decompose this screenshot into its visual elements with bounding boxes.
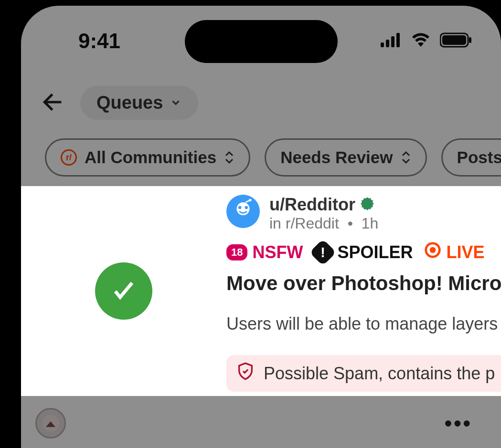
arrow-left-icon — [40, 110, 67, 117]
svg-rect-1 — [386, 40, 389, 47]
user-avatar-icon[interactable] — [226, 195, 260, 228]
live-label: LIVE — [447, 242, 485, 262]
spam-banner[interactable]: Possible Spam, contains the p — [226, 355, 501, 392]
chip-needs-review[interactable]: Needs Review — [265, 138, 426, 177]
svg-point-14 — [429, 247, 436, 253]
filter-chips: r/ All Communities Needs Review Posts — [21, 138, 501, 177]
sort-updown-icon — [224, 150, 235, 165]
back-button[interactable] — [40, 89, 67, 117]
post-byline: u/Redditor in r/Reddit • 1h — [226, 195, 501, 232]
nsfw-tag: 18 NSFW — [226, 242, 303, 262]
dynamic-island — [185, 20, 338, 63]
battery-icon — [440, 32, 472, 50]
svg-rect-5 — [442, 35, 466, 45]
svg-rect-2 — [391, 36, 394, 47]
post-title[interactable]: Move over Photoshop! Micros — [226, 272, 501, 295]
header: Queues — [21, 81, 501, 124]
swipe-approve-area[interactable] — [21, 186, 226, 396]
shield-alert-icon — [236, 362, 255, 385]
post-meta: in r/Reddit • 1h — [269, 215, 378, 232]
wifi-icon — [410, 32, 431, 50]
next-post-peek: ••• — [21, 402, 501, 445]
chip-all-communities[interactable]: r/ All Communities — [45, 138, 250, 177]
svg-point-10 — [238, 206, 241, 209]
sort-updown-icon — [401, 150, 411, 165]
cellular-icon — [381, 33, 402, 49]
svg-point-12 — [249, 199, 251, 201]
post-content: u/Redditor in r/Reddit • 1h 18 NSFW — [226, 186, 501, 396]
spoiler-label: SPOILER — [337, 242, 413, 262]
verified-badge-icon — [360, 197, 374, 213]
approve-circle — [95, 262, 152, 320]
queues-label: Queues — [96, 93, 163, 113]
chip-posts[interactable]: Posts — [441, 138, 501, 177]
chip-label: Needs Review — [280, 148, 393, 167]
reddit-icon: r/ — [61, 149, 77, 166]
username[interactable]: u/Redditor — [269, 195, 355, 215]
post-card[interactable]: u/Redditor in r/Reddit • 1h 18 NSFW — [21, 186, 501, 396]
svg-rect-6 — [469, 37, 471, 43]
nsfw-label: NSFW — [252, 242, 303, 262]
post-age: 1h — [362, 215, 379, 232]
spam-text: Possible Spam, contains the p — [264, 364, 495, 384]
more-button[interactable]: ••• — [445, 411, 472, 435]
svg-rect-3 — [396, 33, 400, 47]
post-tags: 18 NSFW ! SPOILER LIVE — [226, 241, 501, 263]
chip-label: Posts — [457, 148, 501, 167]
svg-rect-0 — [381, 42, 384, 47]
nsfw-badge-icon: 18 — [226, 244, 247, 260]
chevron-down-icon — [170, 93, 182, 113]
spoiler-tag: ! SPOILER — [313, 242, 413, 262]
chip-label: All Communities — [85, 148, 216, 167]
status-indicators — [381, 32, 472, 50]
live-icon — [424, 241, 442, 263]
post-body: Users will be able to manage layers — [226, 314, 501, 334]
check-icon — [109, 276, 138, 306]
status-time: 9:41 — [78, 29, 120, 53]
queues-dropdown[interactable]: Queues — [80, 86, 198, 120]
live-tag: LIVE — [424, 241, 485, 263]
avatar — [35, 408, 66, 438]
spoiler-badge-icon: ! — [309, 239, 337, 266]
svg-point-11 — [245, 206, 248, 209]
subreddit[interactable]: in r/Reddit — [269, 215, 339, 232]
